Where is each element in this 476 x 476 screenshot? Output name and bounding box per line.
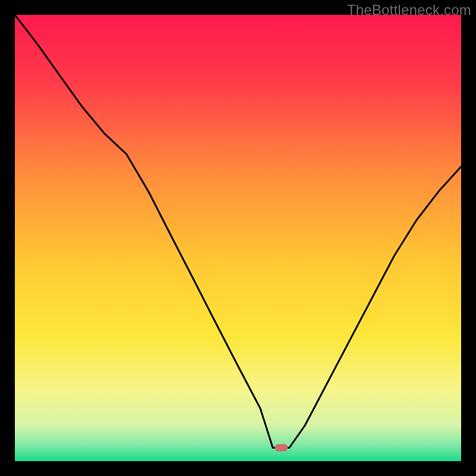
- chart-canvas: [0, 0, 476, 476]
- chart-frame: TheBottleneck.com: [0, 0, 476, 476]
- watermark-text: TheBottleneck.com: [347, 2, 471, 18]
- plot-area: [0, 0, 476, 476]
- chart-background: [15, 15, 461, 461]
- optimal-marker: [275, 444, 288, 452]
